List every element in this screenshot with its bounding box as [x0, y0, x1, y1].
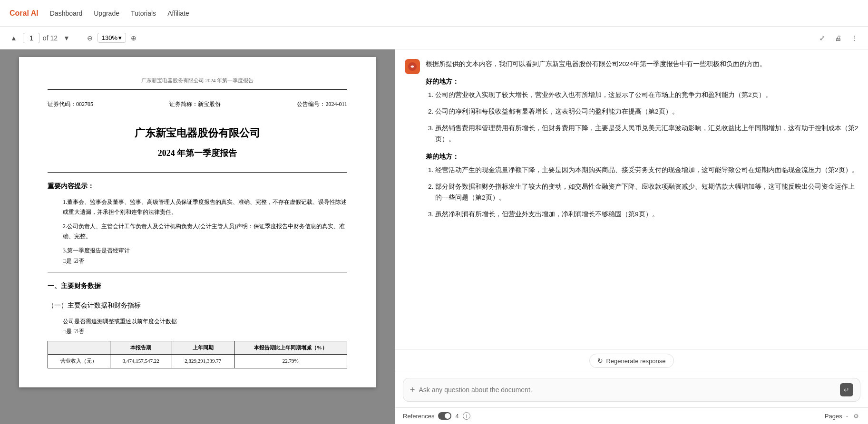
- ai-bad-item-1: 经营活动产生的现金流量净额下降，主要是因为本期购买商品、接受劳务支付的现金增加，…: [435, 165, 858, 176]
- chevron-down-icon: ▼: [63, 34, 70, 42]
- pdf-report-subtitle: 2024 年第一季度报告: [48, 145, 347, 161]
- toolbar-right: ⤢ 🖨 ⋮: [817, 32, 860, 44]
- table-header-item: [48, 341, 110, 355]
- pdf-meta-abbr: 证券简称：新宝股份: [169, 99, 221, 110]
- chat-attach-button[interactable]: +: [410, 385, 415, 395]
- nav-dashboard[interactable]: Dashboard: [50, 10, 83, 17]
- print-button[interactable]: 🖨: [832, 32, 844, 44]
- page-prev-button[interactable]: ▲: [8, 32, 20, 44]
- ai-bad-list: 经营活动产生的现金流量净额下降，主要是因为本期购买商品、接受劳务支付的现金增加，…: [426, 165, 858, 220]
- regenerate-button[interactable]: ↻ Regenerate response: [589, 354, 673, 368]
- pages-settings-icon[interactable]: ⚙: [852, 412, 860, 420]
- pdf-table-note: 公司是否需追溯调整或重述以前年度会计数据 □是 ☑否: [63, 317, 347, 337]
- ai-panel: 根据所提供的文本内容，我们可以看到广东新宝电器股份有限公司2024年第一季度报告…: [395, 49, 868, 424]
- bottom-bar-right: Pages - ⚙: [825, 412, 860, 420]
- page-navigation: ▲ of 12 ▼: [8, 32, 73, 44]
- references-label: References: [403, 413, 434, 420]
- zoom-control: ⊖ 130% ▾ ⊕: [84, 32, 139, 44]
- pdf-meta-announce: 公告编号：2024-011: [297, 99, 347, 110]
- regenerate-bar: ↻ Regenerate response: [395, 349, 868, 372]
- more-icon: ⋮: [851, 34, 858, 42]
- table-header-prev: 上年同期: [172, 341, 234, 355]
- table-cell-prev: 2,829,291,339.77: [172, 355, 234, 368]
- zoom-in-button[interactable]: ⊕: [128, 32, 139, 44]
- ai-good-item-3: 虽然销售费用和管理费用有所增长，但财务费用下降，主要是受人民币兑美元汇率波动影响…: [435, 123, 858, 145]
- chat-send-button[interactable]: ↵: [840, 383, 853, 396]
- pages-label: Pages: [825, 413, 842, 420]
- ai-intro-text: 根据所提供的文本内容，我们可以看到广东新宝电器股份有限公司2024年第一季度报告…: [426, 59, 858, 70]
- pdf-header: 广东新宝电器股份有限公司 2024 年第一季度报告: [48, 76, 347, 90]
- toolbar: ▲ of 12 ▼ ⊖ 130% ▾ ⊕ ⤢ 🖨 ⋮: [0, 27, 868, 49]
- pdf-item2: 2.公司负责人、主管会计工作负责人及会计机构负责人(会计主管人员)声明：保证季度…: [63, 222, 347, 242]
- page-total-label: of 12: [43, 34, 58, 42]
- pdf-page: 广东新宝电器股份有限公司 2024 年第一季度报告 证券代码：002705 证券…: [19, 57, 376, 387]
- page-next-button[interactable]: ▼: [60, 32, 73, 44]
- nav-tutorials[interactable]: Tutorials: [131, 10, 156, 17]
- zoom-out-button[interactable]: ⊖: [84, 32, 96, 44]
- zoom-in-icon: ⊕: [131, 34, 137, 42]
- chevron-up-icon: ▲: [10, 34, 17, 42]
- ai-bubble: 根据所提供的文本内容，我们可以看到广东新宝电器股份有限公司2024年第一季度报告…: [426, 59, 858, 225]
- pdf-important-title: 重要内容提示：: [48, 180, 347, 192]
- references-info-icon[interactable]: i: [463, 412, 470, 420]
- plus-icon: +: [410, 385, 415, 395]
- bottom-bar-left: References 4 i: [403, 412, 470, 420]
- table-cell-current: 3,474,157,547.22: [110, 355, 172, 368]
- regenerate-label: Regenerate response: [606, 357, 665, 365]
- nav-affiliate[interactable]: Affiliate: [167, 10, 189, 17]
- pdf-section1-sub: （一）主要会计数据和财务指标: [48, 299, 347, 311]
- more-options-button[interactable]: ⋮: [848, 32, 860, 44]
- zoom-level-label: 130%: [102, 34, 117, 41]
- pdf-company-title: 广东新宝电器股份有限公司: [48, 124, 347, 143]
- chat-input-area: + ↵: [395, 372, 868, 407]
- fit-page-button[interactable]: ⤢: [817, 32, 828, 44]
- zoom-out-icon: ⊖: [87, 34, 93, 42]
- zoom-level-display[interactable]: 130% ▾: [98, 33, 126, 43]
- ai-good-item-2: 公司的净利润和每股收益都有显著增长，这表明公司的盈利能力在提高（第2页）。: [435, 106, 858, 117]
- main-content: 广东新宝电器股份有限公司 2024 年第一季度报告 证券代码：002705 证券…: [0, 49, 868, 424]
- page-number-input[interactable]: [23, 33, 40, 43]
- pdf-item3: 3.第一季度报告是否经审计 □是 ☑否: [63, 246, 347, 266]
- avatar: [405, 59, 420, 74]
- bottom-bar: References 4 i Pages - ⚙: [395, 407, 868, 424]
- pdf-meta: 证券代码：002705 证券简称：新宝股份 公告编号：2024-011: [48, 99, 347, 110]
- logo: Coral AI: [10, 9, 39, 18]
- pdf-section1: 一、主要财务数据: [48, 280, 347, 292]
- ai-messages: 根据所提供的文本内容，我们可以看到广东新宝电器股份有限公司2024年第一季度报告…: [395, 49, 868, 349]
- table-cell-change: 22.79%: [234, 355, 347, 368]
- pages-value: -: [846, 413, 848, 420]
- chat-input-box: + ↵: [403, 378, 860, 402]
- ai-bad-item-2: 部分财务数据和财务指标发生了较大的变动，如交易性金融资产下降、应收款项融资减少、…: [435, 182, 858, 203]
- fit-icon: ⤢: [819, 34, 825, 42]
- chat-input[interactable]: [419, 386, 836, 394]
- table-header-change: 本报告期比上年同期增减（%）: [234, 341, 347, 355]
- table-cell-label: 营业收入（元）: [48, 355, 110, 368]
- ai-good-item-1: 公司的营业收入实现了较大增长，营业外收入也有所增加，这显示了公司在市场上的竞争力…: [435, 90, 858, 101]
- ai-bad-item-3: 虽然净利润有所增长，但营业外支出增加，净利润增长不够稳固（第9页）。: [435, 209, 858, 220]
- table-header-current: 本报告期: [110, 341, 172, 355]
- send-icon: ↵: [844, 386, 849, 394]
- pdf-item1: 1.董事会、监事会及董事、监事、高级管理人员保证季度报告的真实、准确、完整，不存…: [63, 197, 347, 218]
- nav-upgrade[interactable]: Upgrade: [94, 10, 119, 17]
- references-toggle[interactable]: [438, 412, 451, 420]
- regenerate-icon: ↻: [597, 357, 603, 365]
- table-row: 营业收入（元） 3,474,157,547.22 2,829,291,339.7…: [48, 355, 347, 368]
- print-icon: 🖨: [835, 34, 841, 42]
- ai-good-header: 好的地方：: [426, 77, 858, 86]
- ai-good-list: 公司的营业收入实现了较大增长，营业外收入也有所增加，这显示了公司在市场上的竞争力…: [426, 90, 858, 145]
- ai-bad-header: 差的地方：: [426, 153, 858, 161]
- ai-response: 根据所提供的文本内容，我们可以看到广东新宝电器股份有限公司2024年第一季度报告…: [405, 59, 858, 225]
- references-count: 4: [455, 413, 458, 420]
- pdf-financial-table: 本报告期 上年同期 本报告期比上年同期增减（%） 营业收入（元） 3,474,1…: [48, 341, 347, 369]
- top-nav: Coral AI Dashboard Upgrade Tutorials Aff…: [0, 0, 868, 27]
- pdf-panel[interactable]: 广东新宝电器股份有限公司 2024 年第一季度报告 证券代码：002705 证券…: [0, 49, 395, 424]
- zoom-dropdown-icon: ▾: [118, 34, 122, 41]
- pdf-meta-code: 证券代码：002705: [48, 99, 93, 110]
